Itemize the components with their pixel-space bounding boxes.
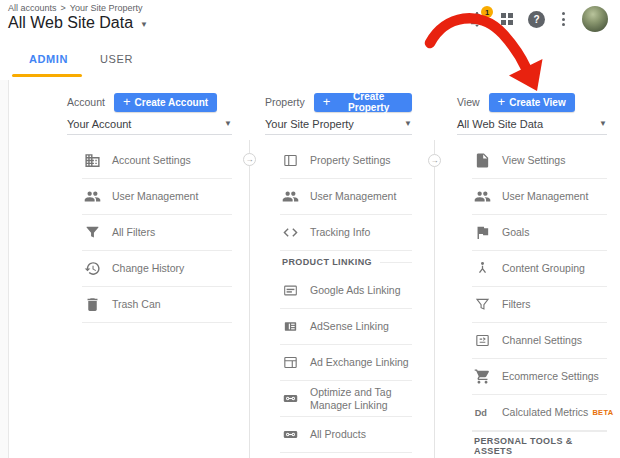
history-icon (84, 260, 101, 277)
people-icon (84, 188, 101, 205)
menu-list: Property SettingsUser ManagementTracking… (265, 143, 412, 453)
svg-text:Dd: Dd (475, 408, 487, 418)
beta-badge: BETA (592, 408, 613, 417)
page-title: All Web Site Data (8, 14, 133, 32)
create-account-button[interactable]: +Create Account (114, 93, 217, 112)
collapse-column-button-2[interactable]: → (428, 154, 441, 167)
filter-icon (84, 224, 101, 241)
menu-item-ad-exchange-linking[interactable]: Ad Exchange Linking (280, 345, 412, 381)
section-header-label: PERSONAL TOOLS & ASSETS (474, 436, 607, 456)
section-header-label: PRODUCT LINKING (282, 257, 372, 267)
menu-item-all-filters[interactable]: All Filters (82, 215, 232, 251)
column-divider-account-property (249, 140, 250, 458)
menu-item-user-management[interactable]: User Management (472, 179, 607, 215)
property-settings-icon (282, 152, 299, 169)
channel-settings-icon (474, 332, 491, 349)
column-property: Property+Create PropertyYour Site Proper… (265, 92, 412, 453)
create-button-label: Create View (509, 97, 566, 108)
create-button-label: Create Property (334, 91, 403, 113)
chevron-down-icon: ▼ (404, 119, 412, 128)
people-icon (474, 188, 491, 205)
create-view-button[interactable]: +Create View (489, 93, 575, 112)
view-selector-dropdown[interactable]: All Web Site Data▼ (457, 113, 607, 135)
property-selector-dropdown[interactable]: Your Site Property▼ (265, 113, 412, 135)
menu-item-content-grouping[interactable]: Content Grouping (472, 251, 607, 287)
plus-icon: + (323, 95, 331, 108)
menu-item-label: Google Ads Linking (310, 284, 400, 297)
tab-admin[interactable]: ADMIN (29, 53, 68, 65)
linked-products-icon (282, 426, 299, 443)
create-property-button[interactable]: +Create Property (314, 93, 412, 112)
ad-exchange-icon (282, 354, 299, 371)
cart-icon (474, 368, 491, 385)
content-grouping-icon (474, 260, 491, 277)
menu-item-label: User Management (502, 190, 588, 203)
tab-user[interactable]: USER (100, 53, 133, 65)
menu-item-goals[interactable]: Goals (472, 215, 607, 251)
notification-count-badge: 1 (481, 6, 493, 18)
menu-item-label: Goals (502, 226, 529, 239)
breadcrumb-separator: > (61, 3, 66, 13)
selected-value: Your Account (67, 118, 131, 130)
menu-item-property-settings[interactable]: Property Settings (280, 143, 412, 179)
view-label: View (457, 96, 480, 108)
more-options-icon[interactable] (560, 10, 567, 28)
menu-item-label: Ad Exchange Linking (310, 356, 409, 369)
menu-item-label: All Filters (112, 226, 155, 239)
menu-item-google-ads-linking[interactable]: Google Ads Linking (280, 273, 412, 309)
menu-item-account-settings[interactable]: Account Settings (82, 143, 232, 179)
menu-item-label: Calculated MetricsBETA (502, 406, 613, 419)
header-icons: 1 ? (468, 5, 608, 33)
menu-item-filters[interactable]: Filters (472, 287, 607, 323)
breadcrumb-all-accounts[interactable]: All accounts (8, 3, 57, 13)
menu-item-calculated-metrics[interactable]: DdCalculated MetricsBETA (472, 395, 607, 431)
ads-card-icon (282, 282, 299, 299)
menu-list: View SettingsUser ManagementGoalsContent… (457, 143, 607, 458)
menu-item-all-products[interactable]: All Products (280, 417, 412, 453)
notifications-bell-icon[interactable]: 1 (468, 10, 486, 28)
menu-item-view-settings[interactable]: View Settings (472, 143, 607, 179)
menu-item-trash-can[interactable]: Trash Can (82, 287, 232, 323)
menu-item-user-management[interactable]: User Management (280, 179, 412, 215)
menu-item-adsense-linking[interactable]: AdSense Linking (280, 309, 412, 345)
menu-item-label: Channel Settings (502, 334, 582, 347)
plus-icon: + (123, 95, 131, 108)
selected-value: All Web Site Data (457, 118, 543, 130)
column-account: Account+Create AccountYour Account▼Accou… (67, 92, 232, 323)
user-avatar[interactable] (582, 6, 608, 32)
menu-item-optimize-and-tag-manager-linking[interactable]: Optimize and Tag Manager Linking (280, 381, 412, 417)
menu-item-label: Account Settings (112, 154, 191, 167)
menu-item-label: User Management (310, 190, 396, 203)
title-dropdown-caret-icon[interactable]: ▼ (140, 20, 148, 29)
app-header: All accounts > Your Site Property All We… (0, 0, 620, 39)
account-selector-dropdown[interactable]: Your Account▼ (67, 113, 232, 135)
ga-admin-page: All accounts > Your Site Property All We… (0, 0, 620, 458)
menu-item-ecommerce-settings[interactable]: Ecommerce Settings (472, 359, 607, 395)
plus-icon: + (498, 95, 506, 108)
menu-item-label: Content Grouping (502, 262, 585, 275)
account-label: Account (67, 96, 105, 108)
column-header: Property+Create Property (265, 92, 412, 112)
property-label: Property (265, 96, 305, 108)
document-icon (474, 152, 491, 169)
section-header-personal-tools-assets: PERSONAL TOOLS & ASSETS (472, 431, 607, 458)
people-icon (282, 188, 299, 205)
chevron-down-icon: ▼ (599, 119, 607, 128)
code-icon (282, 224, 299, 241)
menu-item-label: AdSense Linking (310, 320, 389, 333)
breadcrumb-property[interactable]: Your Site Property (70, 3, 143, 13)
adsense-icon (282, 318, 299, 335)
menu-item-channel-settings[interactable]: Channel Settings (472, 323, 607, 359)
menu-item-change-history[interactable]: Change History (82, 251, 232, 287)
collapse-column-button-1[interactable]: → (243, 153, 256, 166)
menu-item-user-management[interactable]: User Management (82, 179, 232, 215)
menu-item-tracking-info[interactable]: Tracking Info (280, 215, 412, 251)
menu-item-label: All Products (310, 428, 366, 441)
help-icon[interactable]: ? (528, 11, 545, 28)
menu-item-label: View Settings (502, 154, 565, 167)
menu-item-label: Property Settings (310, 154, 391, 167)
menu-item-label: Filters (502, 298, 531, 311)
apps-grid-icon[interactable] (501, 13, 513, 25)
menu-list: Account SettingsUser ManagementAll Filte… (67, 143, 232, 323)
menu-item-label: Trash Can (112, 298, 161, 311)
